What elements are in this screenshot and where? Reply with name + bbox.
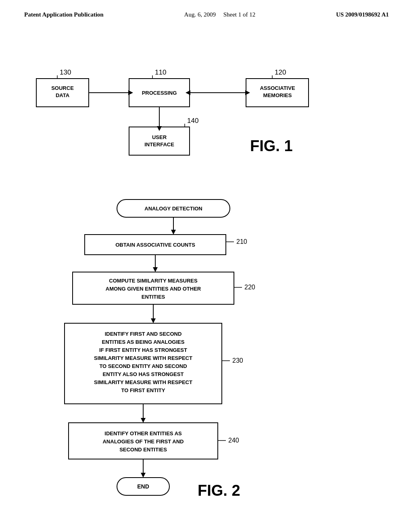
svg-text:INTERFACE: INTERFACE [144, 141, 174, 148]
patent-number: US 2009/0198692 A1 [336, 11, 389, 18]
svg-marker-30 [171, 230, 176, 235]
svg-rect-2 [246, 79, 309, 107]
svg-text:ENTITIES AS BEING ANALOGIES: ENTITIES AS BEING ANALOGIES [102, 339, 185, 345]
svg-text:ANALOGIES OF THE FIRST AND: ANALOGIES OF THE FIRST AND [102, 438, 184, 445]
svg-marker-44 [151, 318, 156, 323]
svg-text:140: 140 [187, 117, 198, 125]
svg-marker-57 [141, 418, 146, 423]
svg-text:DATA: DATA [56, 92, 70, 98]
svg-text:230: 230 [232, 357, 243, 364]
svg-marker-36 [153, 267, 158, 272]
svg-marker-8 [186, 90, 190, 95]
svg-rect-31 [85, 235, 226, 255]
page-content: 130 110 120 140 SOURCE DATA PROCESSING A… [0, 18, 413, 532]
svg-text:ASSOCIATIVE: ASSOCIATIVE [260, 85, 295, 91]
svg-text:240: 240 [228, 437, 239, 444]
svg-text:FIG. 2: FIG. 2 [198, 482, 240, 499]
svg-text:FIG. 1: FIG. 1 [250, 137, 293, 154]
svg-text:TO FIRST ENTITY: TO FIRST ENTITY [121, 387, 165, 393]
svg-rect-3 [129, 127, 190, 155]
svg-text:110: 110 [155, 69, 166, 76]
svg-text:SECOND ENTITIES: SECOND ENTITIES [119, 447, 167, 453]
fig2-diagram: ANALOGY DETECTION OBTAIN ASSOCIATIVE COU… [24, 191, 389, 532]
svg-text:SOURCE: SOURCE [51, 85, 74, 91]
svg-text:MEMORIES: MEMORIES [263, 92, 292, 98]
sheet-info: Sheet 1 of 12 [223, 11, 256, 18]
svg-text:COMPUTE SIMILARITY MEASURES: COMPUTE SIMILARITY MEASURES [109, 278, 198, 284]
fig1-svg: 130 110 120 140 SOURCE DATA PROCESSING A… [24, 38, 389, 175]
svg-rect-1 [129, 79, 190, 107]
fig1-diagram: 130 110 120 140 SOURCE DATA PROCESSING A… [24, 38, 389, 175]
svg-rect-37 [73, 272, 234, 304]
svg-text:SIMILARITY MEASURE WITH RESPEC: SIMILARITY MEASURE WITH RESPECT [94, 379, 192, 385]
svg-text:ANALOGY DETECTION: ANALOGY DETECTION [144, 206, 202, 212]
svg-rect-27 [117, 200, 230, 217]
svg-marker-65 [141, 473, 146, 478]
svg-rect-58 [69, 423, 218, 459]
svg-text:120: 120 [275, 69, 286, 76]
svg-text:USER: USER [152, 134, 167, 140]
svg-text:IF FIRST ENTITY HAS STRONGEST: IF FIRST ENTITY HAS STRONGEST [99, 347, 187, 353]
svg-text:ENTITIES: ENTITIES [142, 294, 165, 300]
publication-label: Patent Application Publication [24, 11, 104, 18]
svg-marker-5 [128, 90, 133, 95]
svg-marker-10 [157, 126, 162, 131]
svg-text:TO SECOND ENTITY AND SECOND: TO SECOND ENTITY AND SECOND [99, 363, 187, 369]
publication-date: Aug. 6, 2009 [184, 11, 216, 18]
svg-rect-66 [117, 478, 169, 495]
svg-text:210: 210 [236, 238, 247, 245]
svg-text:IDENTIFY OTHER ENTITIES AS: IDENTIFY OTHER ENTITIES AS [104, 430, 182, 436]
svg-text:130: 130 [60, 69, 71, 76]
svg-text:SIMILARITY MEASURE WITH RESPEC: SIMILARITY MEASURE WITH RESPECT [94, 355, 192, 361]
svg-text:ENTITY ALSO HAS STRONGEST: ENTITY ALSO HAS STRONGEST [103, 371, 184, 377]
header-center: Aug. 6, 2009 Sheet 1 of 12 [184, 11, 256, 18]
page-header: Patent Application Publication Aug. 6, 2… [0, 0, 413, 18]
svg-text:PROCESSING: PROCESSING [142, 90, 177, 96]
svg-text:AMONG GIVEN ENTITIES AND OTHER: AMONG GIVEN ENTITIES AND OTHER [106, 286, 201, 292]
svg-marker-7 [245, 90, 250, 95]
svg-rect-45 [65, 323, 222, 404]
svg-rect-0 [36, 79, 89, 107]
svg-text:220: 220 [244, 284, 255, 291]
svg-text:OBTAIN ASSOCIATIVE COUNTS: OBTAIN ASSOCIATIVE COUNTS [115, 242, 195, 248]
fig2-svg: ANALOGY DETECTION OBTAIN ASSOCIATIVE COU… [24, 191, 389, 532]
svg-text:END: END [137, 483, 149, 490]
svg-text:IDENTIFY FIRST AND SECOND: IDENTIFY FIRST AND SECOND [105, 331, 182, 337]
